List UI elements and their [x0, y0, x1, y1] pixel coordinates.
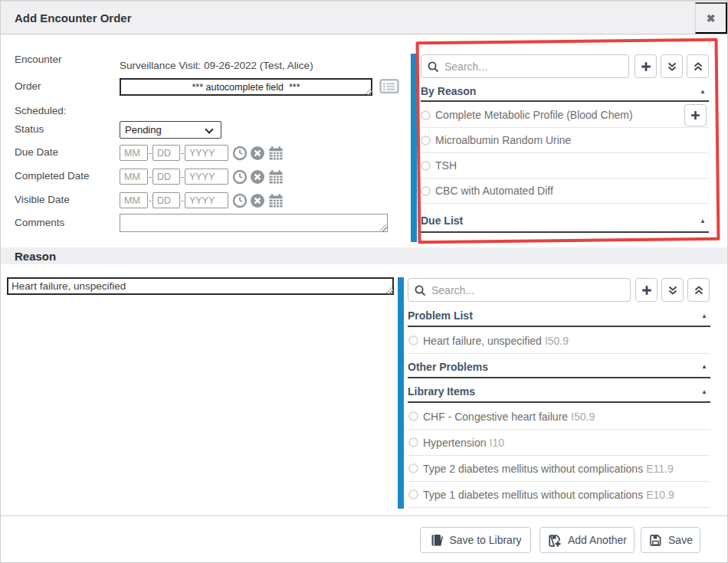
reason-picker-accent-bar	[398, 277, 404, 509]
order-autocomplete-input[interactable]	[120, 78, 372, 96]
list-item-label: CHF - Congestive heart failureI50.9	[423, 411, 595, 423]
diagnosis-code: I50.9	[571, 411, 595, 423]
comments-label: Comments	[15, 217, 64, 228]
section-label: Other Problems	[408, 361, 488, 373]
completed-date-year-input[interactable]	[185, 169, 228, 185]
section-header-by-reason[interactable]: By Reason ▲	[421, 82, 709, 102]
section-label: By Reason	[421, 85, 476, 97]
visible-date-time-icon[interactable]	[232, 193, 248, 208]
reason-input-resize-grip[interactable]	[386, 287, 393, 294]
due-date-label: Due Date	[15, 146, 58, 158]
date-separator: -	[149, 172, 152, 182]
double-chevron-down-icon	[666, 61, 678, 73]
row-add-button[interactable]	[684, 104, 707, 126]
comments-resize-grip[interactable]	[380, 224, 387, 231]
collapse-arrow-icon: ▲	[700, 88, 706, 95]
order-picker-accent-bar	[411, 54, 417, 242]
reason-picker-collapse-all-button[interactable]	[687, 278, 710, 302]
date-separator: -	[149, 195, 152, 206]
dialog-header: Add Encounter Order ✖	[1, 1, 727, 34]
radio-icon[interactable]	[408, 489, 418, 499]
order-picker-add-button[interactable]	[635, 54, 657, 78]
reason-picker-add-button[interactable]	[635, 278, 657, 302]
visible-date-clear-icon[interactable]	[250, 193, 265, 208]
section-header-problem-list[interactable]: Problem List ▲	[408, 306, 710, 327]
date-separator: -	[181, 172, 184, 182]
book-icon	[429, 533, 443, 547]
due-date-year-input[interactable]	[185, 145, 228, 161]
visible-date-label: Visible Date	[15, 194, 70, 205]
diagnosis-code: I50.9	[545, 335, 569, 347]
radio-icon[interactable]	[408, 336, 418, 345]
reason-input[interactable]	[7, 277, 394, 295]
list-item-label: HypertensionI10	[423, 437, 504, 449]
due-date-clear-icon[interactable]	[250, 146, 265, 161]
footer-divider	[1, 516, 727, 516]
list-item-label: Heart failure, unspecifiedI50.9	[423, 335, 569, 347]
order-picker-search-input[interactable]	[421, 54, 629, 78]
status-value: Pending	[125, 124, 162, 136]
completed-date-day-input[interactable]	[152, 169, 180, 185]
double-chevron-up-icon	[692, 61, 704, 73]
completed-date-time-icon[interactable]	[232, 169, 248, 185]
visible-date-month-input[interactable]	[120, 192, 148, 208]
status-select[interactable]: Pending	[120, 121, 221, 139]
add-encounter-order-dialog: Add Encounter Order ✖ Encounter Order Sc…	[0, 0, 728, 563]
order-picker-expand-all-button[interactable]	[661, 54, 683, 78]
order-picker-collapse-all-button[interactable]	[687, 54, 709, 78]
reason-picker-expand-all-button[interactable]	[661, 278, 684, 302]
section-header-library-items[interactable]: Library Items ▲	[408, 381, 710, 403]
list-item[interactable]: CBC with Automated Diff	[421, 178, 709, 204]
order-list-button[interactable]	[379, 78, 400, 95]
visible-date-calendar-icon[interactable]	[268, 193, 284, 208]
save-button[interactable]: Save	[641, 527, 700, 553]
reason-picker-search-input[interactable]	[408, 278, 631, 302]
radio-icon[interactable]	[421, 186, 431, 196]
double-chevron-down-icon	[667, 284, 679, 296]
visible-date-year-input[interactable]	[185, 192, 228, 208]
completed-date-clear-icon[interactable]	[250, 169, 265, 185]
due-date-time-icon[interactable]	[232, 146, 248, 161]
section-header-other-problems[interactable]: Other Problems ▲	[408, 356, 710, 378]
save-label: Save	[668, 534, 693, 546]
list-icon	[379, 78, 399, 94]
section-header-due-list[interactable]: Due List ▲	[421, 210, 709, 233]
radio-icon[interactable]	[408, 411, 418, 421]
due-date-calendar-icon[interactable]	[268, 146, 284, 161]
list-item[interactable]: HypertensionI10	[408, 430, 710, 456]
comments-input[interactable]	[120, 214, 388, 232]
list-item[interactable]: TSH	[421, 153, 709, 178]
radio-icon[interactable]	[421, 136, 431, 146]
radio-icon[interactable]	[421, 110, 431, 120]
list-item[interactable]: CHF - Congestive heart failureI50.9	[408, 404, 710, 430]
order-label: Order	[15, 80, 41, 92]
radio-icon[interactable]	[408, 463, 418, 473]
list-item[interactable]: Heart failure, unspecifiedI50.9	[408, 328, 710, 354]
due-date-day-input[interactable]	[152, 145, 180, 161]
visible-date-day-input[interactable]	[152, 192, 180, 208]
order-input-resize-grip[interactable]	[366, 88, 372, 95]
radio-icon[interactable]	[408, 437, 418, 447]
status-label: Status	[15, 123, 44, 135]
diagnosis-code: E11.9	[646, 463, 674, 475]
add-another-button[interactable]: Add Another	[539, 527, 635, 553]
reason-section-header: Reason	[1, 247, 727, 264]
completed-date-calendar-icon[interactable]	[268, 169, 284, 185]
date-separator: -	[181, 148, 184, 159]
completed-date-month-input[interactable]	[120, 169, 148, 185]
list-item[interactable]: Complete Metabolic Profile (Blood Chem)	[421, 103, 709, 128]
list-item[interactable]: Type 1 diabetes mellitus without complic…	[408, 482, 710, 508]
plus-icon	[641, 284, 653, 296]
plus-icon	[690, 110, 701, 121]
collapse-arrow-icon: ▲	[700, 218, 706, 224]
section-label: Problem List	[408, 309, 473, 322]
list-item[interactable]: Microalbumin Random Urine	[421, 128, 709, 153]
save-to-library-button[interactable]: Save to Library	[420, 527, 531, 553]
radio-icon[interactable]	[421, 161, 431, 171]
due-date-month-input[interactable]	[120, 145, 148, 161]
list-item-label: TSH	[435, 159, 457, 172]
list-item[interactable]: Type 2 diabetes mellitus without complic…	[408, 456, 710, 482]
plus-icon	[640, 61, 652, 73]
diagnosis-code: I10	[490, 437, 504, 449]
close-button[interactable]: ✖	[695, 2, 727, 34]
